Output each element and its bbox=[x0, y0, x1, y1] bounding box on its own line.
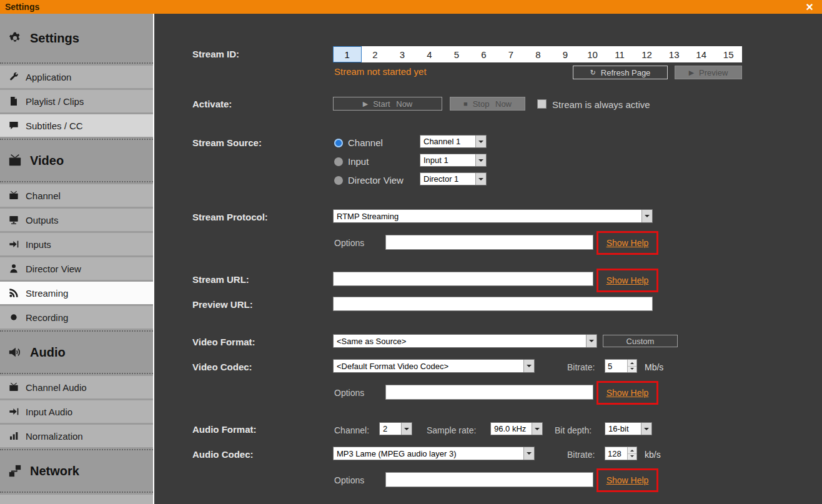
spinner-up-icon[interactable] bbox=[628, 447, 636, 453]
main-panel: Stream ID: 123456789101112131415 Stream … bbox=[154, 14, 822, 504]
sidebar-item-label: Input Audio bbox=[26, 407, 72, 417]
source-input-radio[interactable] bbox=[334, 157, 343, 166]
sample-rate-select[interactable]: 96.0 kHz bbox=[490, 422, 543, 435]
selected-value: RTMP Streaming bbox=[334, 210, 641, 222]
audio-channel-select[interactable]: 2 bbox=[379, 422, 412, 435]
video-codec-select[interactable]: <Default Format Video Codec> bbox=[333, 359, 535, 373]
refresh-page-label: Refresh Page bbox=[601, 68, 651, 77]
sidebar-item-label: Inputs bbox=[26, 239, 51, 250]
close-icon[interactable]: × bbox=[806, 1, 813, 13]
selected-value: Director 1 bbox=[420, 173, 475, 185]
stream-protocol-select[interactable]: RTMP Streaming bbox=[333, 209, 653, 223]
stream-id-cell-5[interactable]: 5 bbox=[443, 46, 470, 62]
sidebar-item-subtitles-cc[interactable]: Subtitles / CC bbox=[0, 114, 153, 137]
monitor-icon bbox=[9, 215, 19, 225]
chevron-down-icon[interactable] bbox=[475, 136, 486, 147]
video-help-annotation: Show Help bbox=[597, 381, 658, 405]
spinner-down-icon[interactable] bbox=[628, 366, 636, 373]
video-format-select[interactable]: <Same as Source> bbox=[333, 334, 597, 348]
video-bitrate-input[interactable] bbox=[605, 360, 627, 372]
source-director-radio[interactable] bbox=[334, 176, 343, 185]
custom-button[interactable]: Custom bbox=[603, 335, 678, 347]
bit-depth-label: Bit depth: bbox=[555, 425, 592, 436]
stream-id-cell-1[interactable]: 1 bbox=[333, 46, 362, 62]
chevron-down-icon[interactable] bbox=[475, 154, 486, 166]
video-show-help-link[interactable]: Show Help bbox=[607, 388, 649, 398]
chevron-down-icon[interactable] bbox=[641, 210, 652, 222]
stream-id-cell-3[interactable]: 3 bbox=[389, 46, 416, 62]
preview-button[interactable]: ▶ Preview bbox=[675, 66, 742, 79]
stream-id-cell-11[interactable]: 11 bbox=[606, 46, 633, 62]
stream-id-cell-8[interactable]: 8 bbox=[525, 46, 552, 62]
chevron-down-icon[interactable] bbox=[401, 423, 412, 435]
sidebar-item-partial[interactable] bbox=[0, 495, 153, 504]
chevron-down-icon[interactable] bbox=[532, 423, 542, 435]
source-director-select[interactable]: Director 1 bbox=[420, 172, 487, 185]
start-now-button[interactable]: ▶ Start Now bbox=[333, 97, 442, 111]
sidebar-item-playlist-clips[interactable]: Playlist / Clips bbox=[0, 90, 153, 112]
sidebar-item-streaming[interactable]: Streaming bbox=[0, 282, 153, 304]
stream-url-label: Stream URL: bbox=[192, 274, 249, 286]
stream-id-cell-9[interactable]: 9 bbox=[552, 46, 579, 62]
sidebar-item-recording[interactable]: Recording bbox=[0, 306, 153, 329]
audio-options-input[interactable] bbox=[385, 472, 593, 487]
sidebar-item-label: Streaming bbox=[26, 288, 68, 299]
stream-id-cell-13[interactable]: 13 bbox=[660, 46, 688, 62]
bit-depth-select[interactable]: 16-bit bbox=[605, 422, 652, 435]
preview-url-input[interactable] bbox=[333, 297, 653, 311]
sidebar-item-label: Outputs bbox=[26, 215, 59, 225]
audio-bitrate-stepper[interactable] bbox=[605, 447, 637, 460]
sidebar-item-normalization[interactable]: Normalization bbox=[0, 425, 153, 447]
sidebar-header-network: Network bbox=[0, 449, 153, 493]
audio-bitrate-input[interactable] bbox=[605, 447, 627, 460]
always-active-checkbox[interactable] bbox=[537, 99, 547, 109]
chevron-down-icon[interactable] bbox=[475, 173, 486, 185]
stream-id-cell-6[interactable]: 6 bbox=[470, 46, 498, 62]
chevron-down-icon[interactable] bbox=[523, 360, 534, 372]
stream-url-show-help-link[interactable]: Show Help bbox=[607, 275, 649, 285]
refresh-icon: ↻ bbox=[590, 69, 596, 76]
stream-id-cell-10[interactable]: 10 bbox=[579, 46, 607, 62]
stream-id-cell-15[interactable]: 15 bbox=[715, 46, 742, 62]
stream-id-cell-14[interactable]: 14 bbox=[688, 46, 715, 62]
sidebar-item-director-view[interactable]: Director View bbox=[0, 257, 153, 280]
audio-show-help-link[interactable]: Show Help bbox=[607, 475, 649, 485]
protocol-options-input[interactable] bbox=[385, 235, 593, 250]
video-bitrate-stepper[interactable] bbox=[605, 359, 637, 373]
activate-label: Activate: bbox=[192, 98, 232, 111]
audio-codec-select[interactable]: MP3 Lame (MPEG audio layer 3) bbox=[333, 447, 535, 460]
speech-bubble-icon bbox=[9, 121, 19, 131]
sidebar-item-label: Channel bbox=[26, 190, 61, 201]
stream-id-cell-4[interactable]: 4 bbox=[416, 46, 443, 62]
sidebar-item-channel[interactable]: Channel bbox=[0, 184, 153, 207]
spinner-down-icon[interactable] bbox=[628, 453, 636, 460]
sidebar-item-application[interactable]: Application bbox=[0, 66, 153, 88]
preview-label: Preview bbox=[699, 68, 728, 77]
refresh-page-button[interactable]: ↻ Refresh Page bbox=[573, 66, 668, 79]
selected-value: MP3 Lame (MPEG audio layer 3) bbox=[334, 447, 523, 460]
stream-id-cell-12[interactable]: 12 bbox=[633, 46, 661, 62]
stream-id-cell-7[interactable]: 7 bbox=[497, 46, 525, 62]
selected-value: 96.0 kHz bbox=[491, 423, 532, 435]
chevron-down-icon[interactable] bbox=[523, 447, 534, 460]
chevron-down-icon[interactable] bbox=[641, 423, 651, 435]
chevron-down-icon[interactable] bbox=[586, 335, 597, 347]
stream-id-cell-2[interactable]: 2 bbox=[362, 46, 389, 62]
source-channel-select[interactable]: Channel 1 bbox=[420, 135, 487, 148]
sidebar-item-outputs[interactable]: Outputs bbox=[0, 209, 153, 231]
rss-icon bbox=[9, 288, 19, 298]
sidebar-item-label: Channel Audio bbox=[26, 382, 87, 393]
sidebar-item-channel-audio[interactable]: Channel Audio bbox=[0, 376, 153, 398]
protocol-show-help-link[interactable]: Show Help bbox=[607, 238, 649, 248]
video-options-input[interactable] bbox=[385, 385, 593, 400]
sidebar-item-label: Subtitles / CC bbox=[26, 121, 83, 131]
audio-bitrate-label: Bitrate: bbox=[567, 449, 595, 460]
source-channel-radio[interactable] bbox=[334, 139, 343, 147]
sidebar-item-inputs[interactable]: Inputs bbox=[0, 233, 153, 255]
sidebar-item-input-audio[interactable]: Input Audio bbox=[0, 400, 153, 423]
source-input-select[interactable]: Input 1 bbox=[420, 154, 487, 167]
tv-icon bbox=[8, 154, 22, 167]
stream-url-input[interactable] bbox=[333, 272, 593, 286]
spinner-up-icon[interactable] bbox=[628, 360, 636, 366]
stop-now-button[interactable]: ■ Stop Now bbox=[450, 97, 525, 111]
